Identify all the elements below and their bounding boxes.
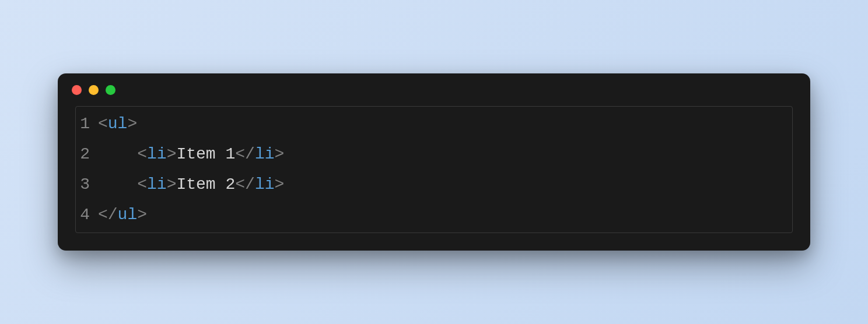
code-window: 1<ul>2 <li>Item 1</li>3 <li>Item 2</li>4… xyxy=(58,73,810,250)
token-bracket: </ xyxy=(98,206,118,224)
token-bracket: > xyxy=(167,145,177,163)
token-bracket: > xyxy=(275,175,285,193)
token-tag: li xyxy=(147,175,167,193)
line-content: <li>Item 1</li> xyxy=(98,139,792,170)
token-bracket: > xyxy=(167,175,177,193)
line-number: 4 xyxy=(76,200,98,230)
token-tag: li xyxy=(147,145,167,163)
token-bracket: < xyxy=(98,115,108,133)
code-line: 4</ul> xyxy=(76,200,792,230)
code-line: 3 <li>Item 2</li> xyxy=(76,170,792,200)
titlebar xyxy=(58,73,810,106)
token-bracket: < xyxy=(137,175,147,193)
token-text: Item 2 xyxy=(176,175,235,193)
token-bracket: </ xyxy=(235,175,255,193)
code-line: 1<ul> xyxy=(76,109,792,139)
token-bracket: > xyxy=(137,206,147,224)
line-content: <ul> xyxy=(98,109,792,139)
line-number: 2 xyxy=(76,139,98,170)
token-bracket: > xyxy=(127,115,137,133)
line-content: <li>Item 2</li> xyxy=(98,170,792,200)
line-number: 3 xyxy=(76,170,98,200)
close-icon[interactable] xyxy=(72,85,82,95)
maximize-icon[interactable] xyxy=(106,85,116,95)
line-content: </ul> xyxy=(98,200,792,230)
token-tag: li xyxy=(255,145,275,163)
minimize-icon[interactable] xyxy=(89,85,99,95)
token-tag: ul xyxy=(118,206,138,224)
token-bracket: < xyxy=(137,145,147,163)
token-bracket: </ xyxy=(235,145,255,163)
token-bracket: > xyxy=(275,145,285,163)
token-text: Item 1 xyxy=(176,145,235,163)
code-line: 2 <li>Item 1</li> xyxy=(76,139,792,170)
token-tag: li xyxy=(255,175,275,193)
token-text xyxy=(98,175,137,193)
line-number: 1 xyxy=(76,109,98,139)
code-editor[interactable]: 1<ul>2 <li>Item 1</li>3 <li>Item 2</li>4… xyxy=(75,106,793,233)
token-tag: ul xyxy=(108,115,128,133)
token-text xyxy=(98,145,137,163)
